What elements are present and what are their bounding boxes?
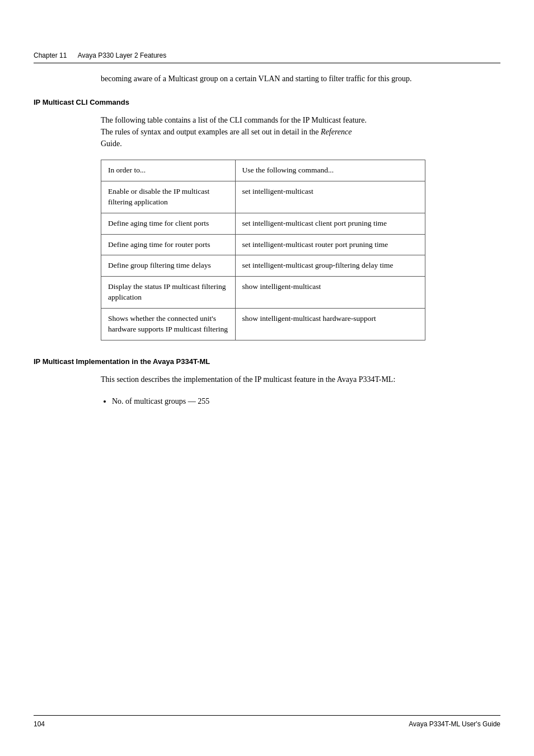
- header-rule: [34, 63, 500, 63]
- table-row: Define aging time for router portsset in…: [101, 234, 425, 255]
- table-cell-col2: show intelligent-multicast: [235, 277, 425, 309]
- section1-line2: The rules of syntax and output examples …: [101, 128, 319, 136]
- table-header-row: In order to... Use the following command…: [101, 160, 425, 181]
- table-cell-col1: Shows whether the connected unit's hardw…: [101, 309, 236, 340]
- section2-heading: IP Multicast Implementation in the Avaya…: [34, 357, 500, 366]
- section1-body: The following table contains a list of t…: [101, 114, 500, 150]
- table-cell-col2: show intelligent-multicast hardware-supp…: [235, 309, 425, 340]
- table-cell-col2: set intelligent-multicast group-filterin…: [235, 255, 425, 277]
- section1-line3: Guide.: [101, 139, 122, 148]
- footer-book-title: Avaya P334T-ML User's Guide: [409, 720, 500, 728]
- table-cell-col1: Define aging time for router ports: [101, 234, 236, 255]
- table-cell-col2: set intelligent-multicast: [235, 181, 425, 213]
- table-row: Define group filtering time delaysset in…: [101, 255, 425, 277]
- section1-heading: IP Multicast CLI Commands: [34, 98, 500, 106]
- table-row: Define aging time for client portsset in…: [101, 213, 425, 234]
- section1-line1: The following table contains a list of t…: [101, 116, 367, 124]
- table-cell-col2: set intelligent-multicast router port pr…: [235, 234, 425, 255]
- table-row: Shows whether the connected unit's hardw…: [101, 309, 425, 340]
- chapter-number: Chapter 11: [34, 52, 67, 59]
- cli-commands-table: In order to... Use the following command…: [101, 160, 425, 340]
- table-row: Display the status IP multicast filterin…: [101, 277, 425, 309]
- footer-page-number: 104: [34, 720, 45, 728]
- footer-rule: [34, 715, 500, 716]
- section2-body: This section describes the implementatio…: [101, 374, 500, 385]
- table-col2-header: Use the following command...: [235, 160, 425, 181]
- chapter-title: Avaya P330 Layer 2 Features: [78, 52, 167, 59]
- page-footer: 104 Avaya P334T-ML User's Guide: [34, 720, 500, 728]
- table-cell-col2: set intelligent-multicast client port pr…: [235, 213, 425, 234]
- page-header: Chapter 11 Avaya P330 Layer 2 Features: [34, 52, 500, 59]
- list-item: No. of multicast groups — 255: [112, 395, 500, 408]
- table-cell-col1: Display the status IP multicast filterin…: [101, 277, 236, 309]
- intro-paragraph: becoming aware of a Multicast group on a…: [101, 73, 500, 85]
- table-col1-header: In order to...: [101, 160, 236, 181]
- bullet-list: No. of multicast groups — 255: [112, 395, 500, 408]
- intro-text: becoming aware of a Multicast group on a…: [101, 74, 411, 83]
- header-chapter: Chapter 11 Avaya P330 Layer 2 Features: [34, 52, 166, 59]
- table-row: Enable or disable the IP multicast filte…: [101, 181, 425, 213]
- section2-line1: This section describes the implementatio…: [101, 375, 395, 384]
- table-cell-col1: Enable or disable the IP multicast filte…: [101, 181, 236, 213]
- section1-italic: Reference: [321, 128, 352, 136]
- main-content: becoming aware of a Multicast group on a…: [0, 0, 534, 455]
- table-cell-col1: Define aging time for client ports: [101, 213, 236, 234]
- table-cell-col1: Define group filtering time delays: [101, 255, 236, 277]
- page: Chapter 11 Avaya P330 Layer 2 Features b…: [0, 0, 534, 756]
